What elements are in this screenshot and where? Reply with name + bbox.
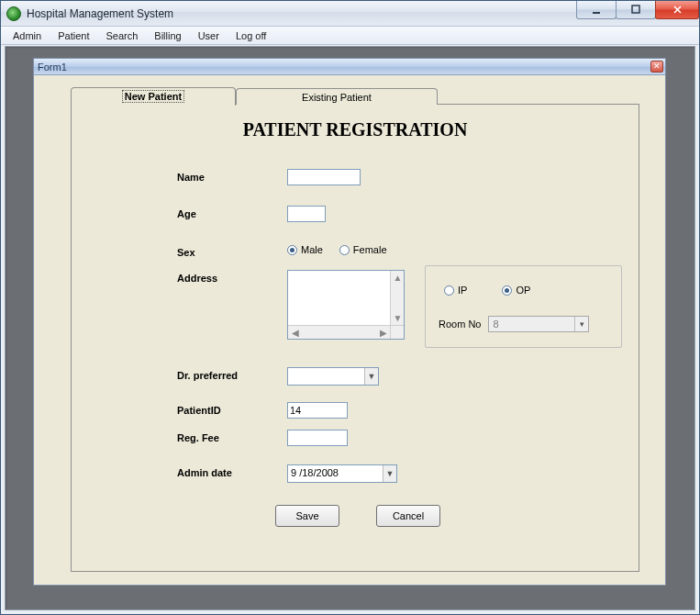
tab-label: Existing Patient — [302, 92, 372, 103]
patient-type-groupbox: IP OP Room No 8 ▾ — [425, 265, 622, 348]
regfee-label: Reg. Fee — [177, 432, 269, 443]
sex-female-label: Female — [353, 244, 387, 255]
ip-radio[interactable]: IP — [444, 285, 467, 296]
child-titlebar[interactable]: Form1 ✕ — [34, 59, 665, 75]
name-label: Name — [177, 172, 269, 183]
room-select[interactable]: 8 ▾ — [488, 316, 589, 332]
main-window: Hospital Management System Admin Patient… — [0, 0, 700, 615]
dr-value — [288, 368, 364, 385]
tab-new-patient[interactable]: New Patient — [71, 87, 236, 106]
name-input[interactable] — [287, 169, 361, 185]
child-window: Form1 ✕ New Patient Existing Patient PAT… — [33, 58, 666, 586]
menu-user[interactable]: User — [190, 28, 228, 43]
room-label: Room No — [439, 319, 481, 330]
window-controls — [577, 1, 699, 19]
svg-rect-1 — [632, 6, 639, 13]
close-icon: ✕ — [653, 62, 661, 71]
child-close-button[interactable]: ✕ — [650, 61, 663, 73]
patientid-label: PatientID — [177, 405, 269, 416]
app-icon — [6, 6, 21, 21]
scroll-right-icon: ▶ — [376, 326, 390, 340]
scroll-left-icon: ◀ — [288, 326, 302, 340]
titlebar[interactable]: Hospital Management System — [1, 1, 699, 27]
chevron-down-icon: ▼ — [364, 368, 378, 385]
address-input[interactable] — [288, 271, 391, 326]
cancel-button[interactable]: Cancel — [376, 505, 440, 527]
tab-panel: PATIENT REGISTRATION Name Age Sex — [71, 104, 639, 572]
form-area: Name Age Sex — [72, 160, 639, 571]
scrollbar-horizontal[interactable]: ◀ ▶ — [288, 325, 390, 339]
scroll-up-icon: ▲ — [391, 271, 405, 285]
menu-patient[interactable]: Patient — [50, 28, 97, 43]
radio-icon — [444, 285, 454, 296]
minimize-button[interactable] — [576, 1, 617, 19]
minimize-icon — [592, 5, 602, 15]
admindate-picker[interactable]: 9 /18/2008 ▼ — [287, 464, 397, 483]
menu-logoff[interactable]: Log off — [228, 28, 274, 43]
tab-existing-patient[interactable]: Existing Patient — [236, 88, 438, 105]
regfee-input[interactable] — [287, 430, 348, 446]
address-label: Address — [177, 273, 269, 284]
mdi-client-area: Form1 ✕ New Patient Existing Patient PAT… — [5, 46, 695, 610]
sex-male-label: Male — [301, 244, 323, 255]
radio-icon — [502, 285, 512, 296]
op-radio[interactable]: OP — [502, 285, 530, 296]
radio-icon — [339, 245, 350, 255]
child-body: New Patient Existing Patient PATIENT REG… — [34, 75, 665, 585]
menu-admin[interactable]: Admin — [5, 28, 50, 43]
admindate-value: 9 /18/2008 — [288, 465, 383, 482]
scroll-corner — [390, 325, 404, 339]
dr-label: Dr. preferred — [177, 370, 269, 381]
scrollbar-vertical[interactable]: ▲ ▼ — [390, 271, 404, 325]
age-label: Age — [177, 208, 269, 219]
window-title: Hospital Management System — [27, 7, 173, 20]
close-button[interactable] — [655, 1, 699, 19]
close-icon — [672, 5, 683, 15]
menubar: Admin Patient Search Billing User Log of… — [1, 27, 699, 45]
sex-female-radio[interactable]: Female — [339, 244, 387, 255]
svg-rect-0 — [593, 12, 600, 14]
menu-search[interactable]: Search — [97, 28, 146, 43]
address-input-wrap: ▲ ▼ ◀ ▶ — [287, 270, 405, 340]
child-title: Form1 — [38, 62, 67, 73]
maximize-icon — [631, 5, 641, 15]
ip-label: IP — [458, 285, 467, 296]
sex-label: Sex — [177, 247, 269, 258]
chevron-down-icon: ▾ — [574, 317, 588, 331]
tab-label: New Patient — [122, 90, 184, 103]
patientid-input[interactable] — [287, 402, 348, 419]
age-input[interactable] — [287, 206, 326, 222]
maximize-button[interactable] — [616, 1, 656, 19]
tab-strip: New Patient Existing Patient — [71, 86, 438, 105]
scroll-down-icon: ▼ — [391, 311, 405, 325]
radio-icon — [287, 245, 297, 255]
room-value: 8 — [493, 319, 498, 330]
dr-select[interactable]: ▼ — [287, 367, 379, 386]
op-label: OP — [516, 285, 530, 296]
save-button[interactable]: Save — [275, 505, 339, 527]
sex-male-radio[interactable]: Male — [287, 244, 323, 255]
menu-billing[interactable]: Billing — [146, 28, 189, 43]
chevron-down-icon: ▼ — [383, 465, 396, 482]
admindate-label: Admin date — [177, 467, 269, 478]
panel-title: PATIENT REGISTRATION — [72, 119, 639, 140]
